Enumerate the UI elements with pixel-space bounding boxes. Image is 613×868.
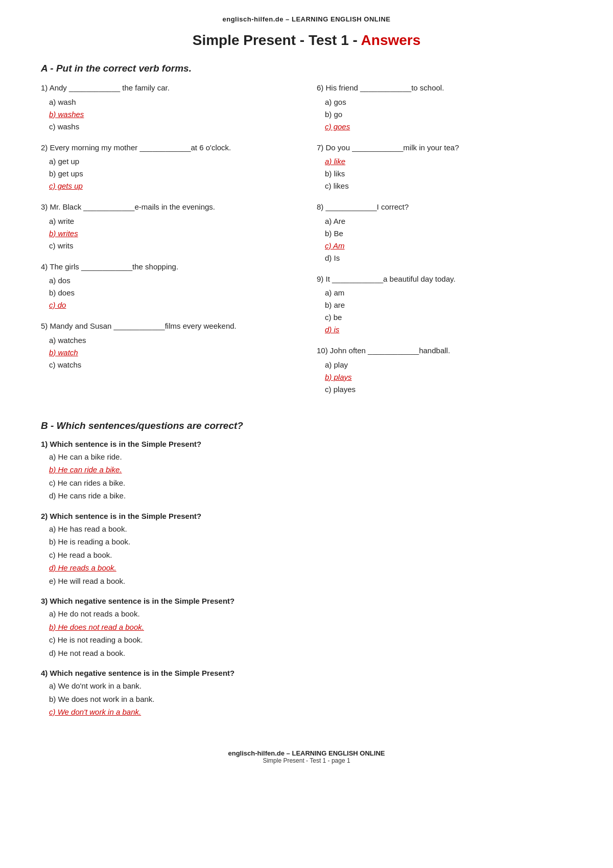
question-4: 4) The girls ____________the shopping. a… <box>41 261 296 312</box>
section-b-q1: 1) Which sentence is in the Simple Prese… <box>41 440 572 502</box>
b-q3-opt-a: a) He do not reads a book. <box>41 607 572 621</box>
b-q2-opt-a: a) He has read a book. <box>41 522 572 536</box>
q3-opt-b: b) writes <box>41 227 296 240</box>
question-3: 3) Mr. Black ____________e-mails in the … <box>41 201 296 252</box>
question-6: 6) His friend ____________to school. a) … <box>317 82 572 133</box>
q6-opt-b: b) go <box>317 108 572 121</box>
section-a-right: 6) His friend ____________to school. a) … <box>317 82 572 405</box>
q10-stem: 10) John often ____________handball. <box>317 345 572 357</box>
q5-opt-a: a) watches <box>41 334 296 347</box>
b-q4-opt-b: b) We does not work in a bank. <box>41 693 572 706</box>
q8-opt-d: d) Is <box>317 252 572 264</box>
section-b: B - Which sentences/questions are correc… <box>41 420 572 719</box>
q9-opt-a: a) am <box>317 287 572 299</box>
b-q4-opt-a: a) We do'nt work in a bank. <box>41 679 572 693</box>
b-q1-opt-d: d) He cans ride a bike. <box>41 489 572 502</box>
b-q1-title: 1) Which sentence is in the Simple Prese… <box>41 440 572 448</box>
section-b-q4: 4) Which negative sentence is in the Sim… <box>41 669 572 719</box>
q2-stem: 2) Every morning my mother ____________a… <box>41 142 296 154</box>
q2-opt-a: a) get up <box>41 155 296 168</box>
b-q4-title: 4) Which negative sentence is in the Sim… <box>41 669 572 677</box>
q2-opt-b: b) get ups <box>41 168 296 180</box>
q6-stem: 6) His friend ____________to school. <box>317 82 572 94</box>
b-q1-opt-b: b) He can ride a bike. <box>41 463 572 476</box>
section-a-grid: 1) Andy ____________ the family car. a) … <box>41 82 572 405</box>
q5-opt-c: c) watchs <box>41 359 296 371</box>
question-1: 1) Andy ____________ the family car. a) … <box>41 82 296 133</box>
title-prefix: Simple Present - Test 1 - <box>193 32 361 48</box>
q7-opt-c: c) likes <box>317 180 572 192</box>
q6-opt-a: a) gos <box>317 96 572 108</box>
q3-opt-a: a) write <box>41 215 296 227</box>
question-10: 10) John often ____________handball. a) … <box>317 345 572 396</box>
q7-opt-a: a) like <box>317 155 572 168</box>
q8-opt-c: c) Am <box>317 240 572 252</box>
b-q2-opt-e: e) He will read a book. <box>41 575 572 588</box>
section-b-title: B - Which sentences/questions are correc… <box>41 420 572 431</box>
b-q3-opt-b: b) He does not read a book. <box>41 621 572 634</box>
question-9: 9) It ____________a beautiful day today.… <box>317 273 572 336</box>
b-q3-title: 3) Which negative sentence is in the Sim… <box>41 597 572 605</box>
b-q2-opt-d: d) He reads a book. <box>41 561 572 575</box>
q1-opt-a: a) wash <box>41 96 296 108</box>
q6-opt-c: c) goes <box>317 121 572 133</box>
q9-stem: 9) It ____________a beautiful day today. <box>317 273 572 285</box>
section-a-title: A - Put in the correct verb forms. <box>41 63 572 74</box>
footer-sub-text: Simple Present - Test 1 - page 1 <box>41 757 572 764</box>
q5-stem: 5) Mandy and Susan ____________films eve… <box>41 321 296 332</box>
footer-main-text: englisch-hilfen.de – LEARNING ENGLISH ON… <box>41 749 572 757</box>
q5-opt-b: b) watch <box>41 347 296 359</box>
q8-opt-b: b) Be <box>317 227 572 240</box>
q7-opt-b: b) liks <box>317 168 572 180</box>
b-q1-opt-a: a) He can a bike ride. <box>41 450 572 464</box>
site-footer: englisch-hilfen.de – LEARNING ENGLISH ON… <box>41 749 572 764</box>
q3-stem: 3) Mr. Black ____________e-mails in the … <box>41 201 296 213</box>
q9-opt-c: c) be <box>317 311 572 324</box>
q1-opt-b: b) washes <box>41 108 296 121</box>
q10-opt-a: a) play <box>317 359 572 371</box>
question-7: 7) Do you ____________milk in your tea? … <box>317 142 572 193</box>
q2-opt-c: c) gets up <box>41 180 296 192</box>
b-q2-title: 2) Which sentence is in the Simple Prese… <box>41 512 572 520</box>
question-8: 8) ____________I correct? a) Are b) Be c… <box>317 201 572 264</box>
b-q4-opt-c: c) We don't work in a bank. <box>41 705 572 719</box>
b-q2-opt-c: c) He read a book. <box>41 549 572 562</box>
b-q3-opt-d: d) He not read a book. <box>41 647 572 660</box>
q8-stem: 8) ____________I correct? <box>317 201 572 213</box>
b-q2-opt-b: b) He is reading a book. <box>41 535 572 549</box>
site-header: englisch-hilfen.de – LEARNING ENGLISH ON… <box>41 15 572 23</box>
b-q1-opt-c: c) He can rides a bike. <box>41 476 572 490</box>
q1-stem: 1) Andy ____________ the family car. <box>41 82 296 94</box>
q10-opt-c: c) playes <box>317 383 572 396</box>
header-text: englisch-hilfen.de – LEARNING ENGLISH ON… <box>223 15 391 23</box>
question-5: 5) Mandy and Susan ____________films eve… <box>41 321 296 371</box>
q4-opt-c: c) do <box>41 299 296 311</box>
section-b-q2: 2) Which sentence is in the Simple Prese… <box>41 512 572 588</box>
title-answers: Answers <box>361 32 421 48</box>
q7-stem: 7) Do you ____________milk in your tea? <box>317 142 572 154</box>
q9-opt-d: d) is <box>317 324 572 336</box>
q10-opt-b: b) plays <box>317 371 572 383</box>
page-title: Simple Present - Test 1 - Answers <box>41 32 572 49</box>
q1-opt-c: c) washs <box>41 121 296 133</box>
section-b-q3: 3) Which negative sentence is in the Sim… <box>41 597 572 659</box>
section-a-left: 1) Andy ____________ the family car. a) … <box>41 82 296 405</box>
q9-opt-b: b) are <box>317 299 572 311</box>
q4-opt-a: a) dos <box>41 275 296 287</box>
q4-stem: 4) The girls ____________the shopping. <box>41 261 296 273</box>
q3-opt-c: c) writs <box>41 240 296 252</box>
q8-opt-a: a) Are <box>317 215 572 227</box>
b-q3-opt-c: c) He is not reading a book. <box>41 633 572 647</box>
q4-opt-b: b) does <box>41 287 296 299</box>
question-2: 2) Every morning my mother ____________a… <box>41 142 296 193</box>
